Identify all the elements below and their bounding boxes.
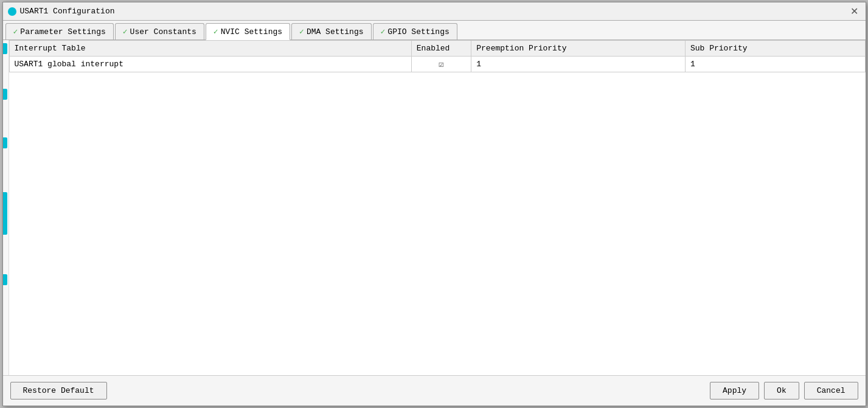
apply-button[interactable]: Apply [710, 382, 759, 399]
preemption-priority-value: 1 [476, 60, 481, 69]
sub-priority-cell[interactable]: 1 [686, 57, 865, 72]
col-header-preemption: Preemption Priority [471, 41, 686, 57]
tab-check-icon: ✓ [214, 27, 218, 36]
enabled-checkbox-cell[interactable]: ☑ [411, 57, 471, 72]
preemption-priority-cell[interactable]: 1 [471, 57, 686, 72]
tab-dma-settings-label: DMA Settings [307, 27, 364, 36]
restore-default-button[interactable]: Restore Default [10, 382, 107, 399]
window-title: USART1 Configuration [20, 7, 115, 16]
table-header-row: Interrupt Table Enabled Preemption Prior… [9, 41, 865, 57]
tab-parameter-settings-label: Parameter Settings [20, 27, 105, 36]
tab-nvic-settings-label: NVIC Settings [221, 27, 282, 36]
tab-check-icon: ✓ [381, 27, 386, 36]
window-icon [8, 7, 16, 16]
main-window: USART1 Configuration ✕ ✓ Parameter Setti… [2, 2, 866, 406]
content-area: Interrupt Table Enabled Preemption Prior… [3, 40, 866, 406]
tab-dma-settings[interactable]: ✓ DMA Settings [291, 23, 371, 40]
close-button[interactable]: ✕ [848, 7, 861, 16]
footer: Restore Default Apply Ok Cancel [3, 375, 866, 406]
tab-nvic-settings[interactable]: ✓ NVIC Settings [206, 23, 290, 40]
tab-parameter-settings[interactable]: ✓ Parameter Settings [5, 23, 114, 40]
tab-gpio-settings[interactable]: ✓ GPIO Settings [373, 23, 457, 40]
tabs-container: ✓ Parameter Settings ✓ User Constants ✓ … [3, 21, 866, 40]
nvic-table: Interrupt Table Enabled Preemption Prior… [9, 40, 866, 72]
tab-user-constants[interactable]: ✓ User Constants [115, 23, 204, 40]
col-header-sub: Sub Priority [686, 41, 865, 57]
tab-check-icon: ✓ [123, 27, 128, 36]
cancel-button[interactable]: Cancel [804, 382, 858, 399]
tab-user-constants-label: User Constants [130, 27, 196, 36]
tab-gpio-settings-label: GPIO Settings [387, 27, 449, 36]
title-bar: USART1 Configuration ✕ [3, 2, 866, 21]
ok-button[interactable]: Ok [764, 382, 799, 399]
footer-right-buttons: Apply Ok Cancel [710, 382, 858, 399]
col-header-enabled: Enabled [411, 41, 471, 57]
title-bar-left: USART1 Configuration [8, 7, 115, 16]
interrupt-name-cell: USART1 global interrupt [9, 57, 411, 72]
col-header-interrupt: Interrupt Table [9, 41, 411, 57]
tab-check-icon: ✓ [299, 27, 304, 36]
sub-priority-value: 1 [690, 60, 695, 69]
table-row: USART1 global interrupt ☑ 1 1 [9, 57, 865, 72]
tab-check-icon: ✓ [13, 27, 18, 36]
nvic-table-container: Interrupt Table Enabled Preemption Prior… [9, 40, 866, 375]
enabled-checkmark: ☑ [439, 60, 443, 69]
